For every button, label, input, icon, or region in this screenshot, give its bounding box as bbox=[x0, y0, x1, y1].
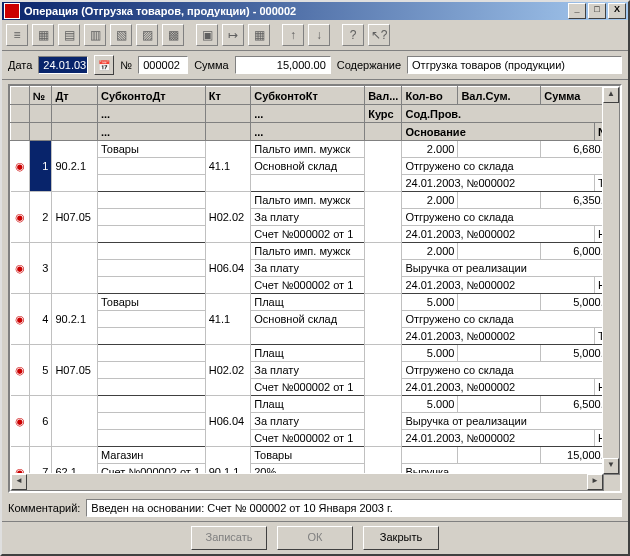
cell-valsum[interactable] bbox=[458, 141, 541, 158]
cell-osn[interactable]: 24.01.2003, №000002 bbox=[402, 379, 595, 396]
hdr-subdt[interactable]: СубконтоДт bbox=[97, 87, 205, 105]
cell-subdt2[interactable] bbox=[97, 209, 205, 226]
cell-dt[interactable]: Н07.05 bbox=[52, 192, 98, 243]
cell-subdt3[interactable] bbox=[97, 379, 205, 396]
cell-kol[interactable] bbox=[402, 447, 458, 464]
cell-subdt[interactable]: Магазин bbox=[97, 447, 205, 464]
cell-kol[interactable]: 5.000 bbox=[402, 294, 458, 311]
tool-down[interactable]: ↓ bbox=[308, 24, 330, 46]
hdr-sod[interactable]: Сод.Пров. bbox=[402, 105, 620, 123]
cell-val[interactable] bbox=[365, 345, 402, 396]
cell-dt[interactable]: Н07.05 bbox=[52, 345, 98, 396]
cell-subkt3[interactable]: Счет №000002 от 1 bbox=[251, 379, 365, 396]
cell-valsum[interactable] bbox=[458, 345, 541, 362]
tool-help[interactable]: ? bbox=[342, 24, 364, 46]
cell-subdt[interactable] bbox=[97, 345, 205, 362]
scroll-down-icon[interactable]: ▼ bbox=[603, 458, 619, 474]
cell-subdt3[interactable] bbox=[97, 226, 205, 243]
hdr-num[interactable]: № bbox=[29, 87, 52, 105]
cell-kol[interactable]: 2.000 bbox=[402, 243, 458, 260]
tool-9[interactable]: ↦ bbox=[222, 24, 244, 46]
cell-subkt[interactable]: Пальто имп. мужск bbox=[251, 141, 365, 158]
cell-subdt3[interactable] bbox=[97, 430, 205, 447]
cell-val[interactable] bbox=[365, 396, 402, 447]
tool-whatsthis[interactable]: ↖? bbox=[368, 24, 390, 46]
cell-subkt2[interactable]: Основной склад bbox=[251, 158, 365, 175]
cell-subkt[interactable]: Плащ bbox=[251, 396, 365, 413]
cell-kt[interactable]: Н06.04 bbox=[205, 396, 251, 447]
tool-3[interactable]: ▤ bbox=[58, 24, 80, 46]
cell-num[interactable]: 4 bbox=[29, 294, 52, 345]
cell-osn[interactable]: 24.01.2003, №000002 bbox=[402, 175, 595, 192]
sum-input[interactable]: 15,000.00 bbox=[235, 56, 331, 74]
cell-valsum[interactable] bbox=[458, 396, 541, 413]
cell-val[interactable] bbox=[365, 294, 402, 345]
calendar-button[interactable]: 📅 bbox=[94, 55, 114, 75]
titlebar[interactable]: Операция (Отгрузка товаров, продукции) -… bbox=[2, 2, 628, 20]
cell-dt[interactable]: 90.2.1 bbox=[52, 294, 98, 345]
cell-kt[interactable]: Н02.02 bbox=[205, 345, 251, 396]
hdr-dots1[interactable]: ... bbox=[97, 105, 205, 123]
cell-subdt[interactable] bbox=[97, 192, 205, 209]
cell-sod[interactable]: Выручка от реализации bbox=[402, 260, 620, 277]
cell-subkt[interactable]: Плащ bbox=[251, 294, 365, 311]
cell-dt[interactable] bbox=[52, 243, 98, 294]
hdr-kt[interactable]: Кт bbox=[205, 87, 251, 105]
cell-kt[interactable]: Н06.04 bbox=[205, 243, 251, 294]
cell-dt[interactable]: 90.2.1 bbox=[52, 141, 98, 192]
cell-osn[interactable]: 24.01.2003, №000002 bbox=[402, 226, 595, 243]
cell-subkt[interactable]: Пальто имп. мужск bbox=[251, 192, 365, 209]
cell-val[interactable] bbox=[365, 192, 402, 243]
cell-sod[interactable]: Выручка от реализации bbox=[402, 413, 620, 430]
cell-subdt2[interactable] bbox=[97, 158, 205, 175]
cell-subdt2[interactable] bbox=[97, 413, 205, 430]
cell-kol[interactable]: 2.000 bbox=[402, 192, 458, 209]
cell-subdt3[interactable] bbox=[97, 175, 205, 192]
cell-subkt[interactable]: Плащ bbox=[251, 345, 365, 362]
cell-subdt2[interactable] bbox=[97, 311, 205, 328]
cell-kt[interactable]: Н02.02 bbox=[205, 192, 251, 243]
cell-subkt2[interactable]: За плату bbox=[251, 362, 365, 379]
close-button[interactable]: X bbox=[608, 3, 626, 19]
cell-num[interactable]: 6 bbox=[29, 396, 52, 447]
cell-subkt[interactable]: Пальто имп. мужск bbox=[251, 243, 365, 260]
cell-val[interactable] bbox=[365, 141, 402, 192]
comment-input[interactable]: Введен на основании: Счет № 000002 от 10… bbox=[86, 499, 622, 517]
cell-subkt3[interactable] bbox=[251, 175, 365, 192]
cell-num[interactable]: 2 bbox=[29, 192, 52, 243]
hdr-icon[interactable] bbox=[11, 87, 30, 105]
cell-sod[interactable]: Отгружено со склада bbox=[402, 362, 620, 379]
tool-7[interactable]: ▩ bbox=[162, 24, 184, 46]
cell-subdt3[interactable] bbox=[97, 328, 205, 345]
cell-subkt3[interactable]: Счет №000002 от 1 bbox=[251, 277, 365, 294]
scroll-right-icon[interactable]: ► bbox=[587, 474, 603, 490]
cell-num[interactable]: 1 bbox=[29, 141, 52, 192]
cell-subkt[interactable]: Товары bbox=[251, 447, 365, 464]
ok-button[interactable]: ОК bbox=[277, 526, 353, 550]
hdr-dt[interactable]: Дт bbox=[52, 87, 98, 105]
tool-5[interactable]: ▧ bbox=[110, 24, 132, 46]
cell-subdt[interactable]: Товары bbox=[97, 141, 205, 158]
num-input[interactable]: 000002 bbox=[138, 56, 188, 74]
cell-valsum[interactable] bbox=[458, 447, 541, 464]
hdr-kol[interactable]: Кол-во bbox=[402, 87, 458, 105]
cell-osn[interactable]: 24.01.2003, №000002 bbox=[402, 277, 595, 294]
cell-subkt2[interactable]: За плату bbox=[251, 413, 365, 430]
cell-kol[interactable]: 5.000 bbox=[402, 345, 458, 362]
scroll-up-icon[interactable]: ▲ bbox=[603, 87, 619, 103]
hdr-kurs[interactable]: Курс bbox=[365, 105, 402, 123]
cell-osn[interactable]: 24.01.2003, №000002 bbox=[402, 328, 595, 345]
cell-subdt[interactable] bbox=[97, 396, 205, 413]
cell-valsum[interactable] bbox=[458, 294, 541, 311]
cell-subkt2[interactable]: Основной склад bbox=[251, 311, 365, 328]
hdr-dots2[interactable]: ... bbox=[251, 105, 365, 123]
hdr-valsum[interactable]: Вал.Сум. bbox=[458, 87, 541, 105]
scroll-left-icon[interactable]: ◄ bbox=[11, 474, 27, 490]
hdr-dots4[interactable]: ... bbox=[251, 123, 365, 141]
cell-subdt2[interactable] bbox=[97, 260, 205, 277]
cell-kt[interactable]: 41.1 bbox=[205, 141, 251, 192]
date-input[interactable]: 24.01.03 bbox=[38, 56, 88, 74]
cell-num[interactable]: 5 bbox=[29, 345, 52, 396]
cell-subkt3[interactable]: Счет №000002 от 1 bbox=[251, 430, 365, 447]
hdr-osn[interactable]: Основание bbox=[402, 123, 595, 141]
